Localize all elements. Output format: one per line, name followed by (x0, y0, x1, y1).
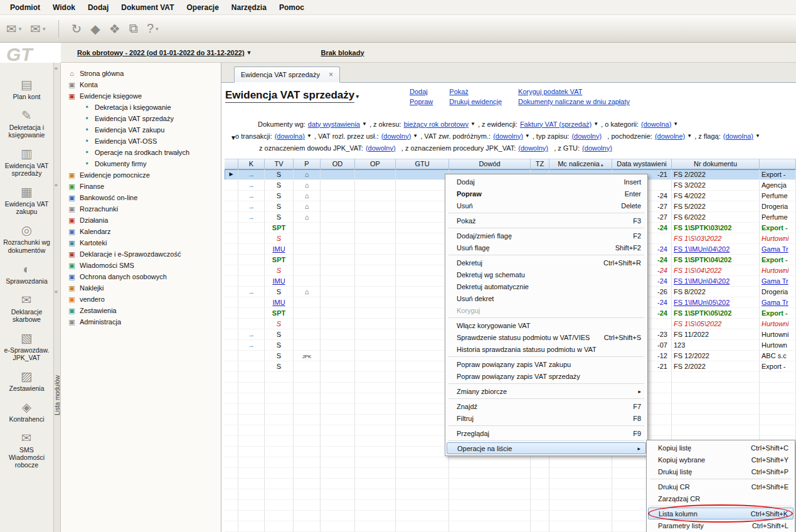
column-header-gtu[interactable]: GTU (396, 159, 449, 169)
context-menu-item-sprawdzenie-statusu-podmiotu-w-vat-vies[interactable]: Sprawdzenie statusu podmiotu w VAT/VIESC… (447, 331, 646, 343)
action-link-dodaj[interactable]: Dodaj (410, 88, 433, 95)
menu-widok[interactable]: Widok (46, 1, 82, 14)
filter-value-dowolny[interactable]: (dowolny) (493, 132, 523, 140)
context-menu-item-popraw[interactable]: PoprawEnter (447, 188, 646, 200)
module-rozrachunki-wg-dokument-w[interactable]: ◎Rozrachunki wg dokumentów (2, 223, 52, 253)
tree-item-deklaracje-i-e-sprawozdawczo[interactable]: ▣Deklaracje i e-Sprawozdawczość (61, 248, 221, 260)
lock-status-link[interactable]: Brak blokady (321, 49, 364, 56)
submenu-item-lista-kolumn[interactable]: Lista kolumnCtrl+Shift+K (648, 508, 793, 519)
context-menu-item-filtruj[interactable]: FiltrujF8 (447, 412, 646, 424)
mail-icon[interactable]: ✉▾ (30, 21, 45, 36)
column-header-mc-naliczenia[interactable]: Mc naliczenia▴ (549, 159, 612, 169)
chevron-down-icon[interactable]: ▼ (755, 133, 760, 139)
collapse-filters-icon[interactable]: ▼ (230, 134, 236, 141)
action-link-popraw[interactable]: Popraw (410, 98, 433, 105)
column-header[interactable] (225, 159, 238, 169)
context-menu-item-zmiany-zbiorcze[interactable]: Zmiany zbiorcze▸ (447, 385, 646, 397)
filter-value-dowolne[interactable]: (dowolne) (655, 132, 685, 140)
column-header[interactable] (760, 159, 796, 169)
modules-strip[interactable]: « « « Lista modułów (53, 63, 61, 532)
filter-value-dowolny[interactable]: (dowolny) (366, 144, 396, 152)
decree-scheme-icon[interactable]: ❖ (109, 21, 120, 36)
filter-value-dowolny[interactable]: (dowolny) (582, 144, 612, 152)
filter-value-dowolny[interactable]: (dowolny) (571, 132, 602, 140)
collapse-panel-icon[interactable]: « (55, 182, 58, 188)
column-header-od[interactable]: OD (321, 159, 355, 169)
tree-item-dekretacja-i-ksi-gowanie[interactable]: •Dekretacja i księgowanie (61, 102, 221, 113)
tree-item-wiadomo-ci-sms[interactable]: ▣Wiadomości SMS (61, 260, 221, 271)
column-header-nr-dokumentu[interactable]: Nr dokumentu (672, 159, 760, 169)
tree-item-operacje-na-rodkach-trwa-ych[interactable]: •Operacje na środkach trwałych (61, 147, 221, 158)
column-header-tv[interactable]: TV (265, 159, 294, 169)
context-menu-item-historia-sprawdzania-statusu-podmiotu-w-vat[interactable]: Historia sprawdzania statusu podmiotu w … (447, 343, 646, 355)
collapse-panel-icon[interactable]: « (55, 65, 58, 72)
filter-value-bie-cy-rok-obrotowy[interactable]: bieżący rok obrotowy (404, 120, 469, 128)
module-kontrahenci[interactable]: ◈Kontrahenci (2, 400, 52, 423)
help-icon[interactable]: ?▾ (147, 21, 159, 36)
tree-item-strona-g-wna[interactable]: ⌂Strona główna (61, 68, 221, 79)
module-ewidencja-vat-sprzeda-y[interactable]: ▥Ewidencja VAT sprzedaży (2, 147, 52, 177)
menu-dodaj[interactable]: Dodaj (82, 1, 115, 14)
column-header-tz[interactable]: TZ (531, 159, 549, 169)
tree-item-zestawienia[interactable]: ▣Zestawienia (61, 305, 221, 316)
module-zestawienia[interactable]: ▨Zestawienia (2, 370, 52, 392)
module-e-sprawozdaw-jpk-vat[interactable]: ▧e-Sprawozdaw. JPK_VAT (2, 331, 52, 361)
module-dekretacja-i-ksi-gowanie[interactable]: ✎Dekretacja i księgowanie (2, 109, 52, 139)
action-link-dokumenty-naliczane-w-dniu-zap-aty[interactable]: Dokumenty naliczane w dniu zapłaty (518, 98, 630, 105)
context-menu-item-usu-dekret[interactable]: Usuń dekret (447, 292, 646, 304)
action-link-poka[interactable]: Pokaż (449, 88, 502, 95)
collapse-panel-icon[interactable]: « (55, 289, 58, 295)
submenu-item-kopiuj-wybrane[interactable]: Kopiuj wybraneCtrl+Shift+Y (648, 454, 793, 466)
submenu-item-drukuj-cr[interactable]: Drukuj CRCtrl+Shift+E (648, 481, 793, 492)
tree-item-ewidencje-ksi-gowe[interactable]: ▣Ewidencje księgowe (61, 90, 221, 102)
filter-value-dowolny[interactable]: (dowolny) (381, 132, 411, 140)
chevron-down-icon[interactable]: ▼ (307, 133, 312, 139)
chevron-down-icon[interactable]: ▼ (525, 133, 530, 139)
context-menu-item-przegl-daj[interactable]: PrzeglądajF9 (447, 427, 646, 439)
context-menu-item-poka[interactable]: PokażF3 (447, 215, 646, 226)
filter-value-dowolny[interactable]: (dowolny) (518, 144, 548, 152)
decree-icon[interactable]: ◆ (90, 21, 100, 36)
chevron-down-icon[interactable]: ▼ (673, 121, 678, 127)
filter-value-dowolna[interactable]: (dowolna) (641, 120, 671, 128)
filter-value-dowolna[interactable]: (dowolna) (723, 132, 753, 140)
context-menu-item-dodaj[interactable]: DodajInsert (447, 176, 646, 188)
tree-item-bankowo-on-line[interactable]: ▣Bankowość on-line (61, 192, 221, 203)
chevron-down-icon[interactable]: ▼ (470, 121, 475, 127)
module-plan-kont[interactable]: ▤Plan kont (2, 78, 52, 100)
filter-value-dowolna[interactable]: (dowolna) (275, 132, 305, 140)
column-header-k[interactable]: K (238, 159, 265, 169)
close-tab-icon[interactable]: × (329, 70, 333, 79)
context-menu-item-w-cz-korygowanie-vat[interactable]: Włącz korygowanie VAT (447, 319, 646, 331)
module-ewidencja-vat-zakupu[interactable]: ▦Ewidencja VAT zakupu (2, 185, 52, 215)
tree-item-finanse[interactable]: ▣Finanse (61, 181, 221, 192)
tree-item-ewidencja-vat-zakupu[interactable]: •Ewidencja VAT zakupu (61, 124, 221, 136)
context-menu-item-popraw-powi-zany-zapis-vat-sprzeda-y[interactable]: Popraw powiązany zapis VAT sprzedaży (447, 370, 646, 382)
chevron-down-icon[interactable]: ▼ (413, 133, 418, 139)
column-header-p[interactable]: P (294, 159, 321, 169)
chevron-down-icon[interactable]: ▾ (43, 26, 46, 32)
tree-item-dokumenty-firmy[interactable]: •Dokumenty firmy (61, 158, 221, 169)
fiscal-year-link[interactable]: Rok obrotowy - 2022 (od 01-01-2022 do 31… (77, 49, 245, 56)
menu-podmiot[interactable]: Podmiot (4, 1, 46, 14)
submenu-item-parametry-listy[interactable]: Parametry listyCtrl+Shift+L (648, 519, 793, 531)
module-deklaracje-skarbowe[interactable]: ✉Deklaracje skarbowe (2, 293, 52, 323)
refresh-icon[interactable]: ↻ (72, 21, 82, 36)
menu-dokument-vat[interactable]: Dokument VAT (115, 1, 180, 14)
tree-item-vendero[interactable]: ▣vendero (61, 294, 221, 305)
context-menu-item-dodaj-zmie-flag[interactable]: Dodaj/zmień flagęF2 (447, 230, 646, 242)
submenu-item-kopiuj-list[interactable]: Kopiuj listęCtrl+Shift+C (648, 442, 793, 454)
chevron-down-icon[interactable]: ▼ (362, 121, 367, 127)
tree-item-konta[interactable]: ▣Konta (61, 79, 221, 90)
tree-item-rozrachunki[interactable]: ▣Rozrachunki (61, 203, 221, 215)
tree-item-administracja[interactable]: ▣Administracja (61, 316, 221, 327)
context-menu-item-dekretuj-wg-schematu[interactable]: Dekretuj wg schematu (447, 269, 646, 280)
column-header-dow-d[interactable]: Dowód (449, 159, 531, 169)
column-header-op[interactable]: OP (355, 159, 396, 169)
menu-operacje[interactable]: Operacje (180, 1, 225, 14)
context-menu-item-usu[interactable]: UsuńDelete (447, 200, 646, 211)
context-menu-item-popraw-powi-zany-zapis-vat-zakupu[interactable]: Popraw powiązany zapis VAT zakupu (447, 358, 646, 370)
tree-item-kalendarz[interactable]: ▣Kalendarz (61, 226, 221, 237)
module-sprawozdania[interactable]: ◐Sprawozdania (2, 262, 52, 285)
tree-item-ewidencje-pomocnicze[interactable]: ▣Ewidencje pomocnicze (61, 169, 221, 181)
